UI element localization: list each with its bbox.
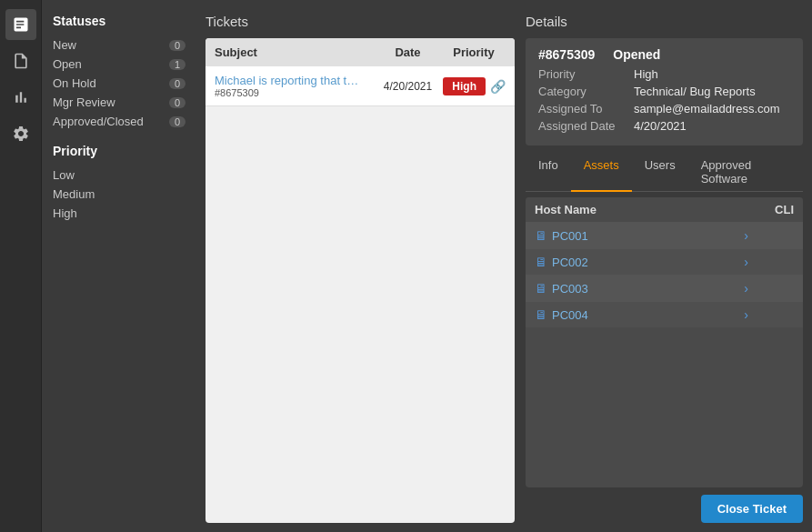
assets-table-header: Host Name CLI	[526, 197, 803, 222]
th-priority: Priority	[442, 45, 506, 59]
priority-title: Priority	[53, 144, 185, 158]
asset-name: PC002	[552, 256, 744, 269]
computer-icon: 🖥	[535, 281, 547, 296]
ah-hostname: Host Name	[535, 203, 748, 216]
field-value-assigned-date: 4/20/2021	[634, 119, 687, 133]
details-field-assigned-date: Assigned Date 4/20/2021	[538, 119, 790, 133]
sidebar-item-new[interactable]: New 0	[53, 35, 185, 55]
computer-icon: 🖥	[535, 307, 547, 322]
sidebar-item-low[interactable]: Low	[53, 166, 185, 185]
asset-name: PC001	[552, 229, 744, 243]
details-opened-label: Opened	[613, 47, 660, 62]
tab-approved-software[interactable]: Approved Software	[688, 153, 803, 191]
details-panel-title: Details	[526, 14, 803, 29]
icon-rail	[0, 0, 42, 532]
tickets-table-header: Subject Date Priority	[206, 38, 515, 66]
details-field-priority: Priority High	[538, 67, 790, 81]
chevron-right-icon: ›	[744, 281, 748, 296]
main-content: Tickets Subject Date Priority Michael is…	[196, 0, 812, 532]
field-label-assigned-date: Assigned Date	[538, 119, 634, 133]
chevron-right-icon: ›	[744, 228, 748, 243]
chevron-right-icon: ›	[744, 307, 748, 322]
ticket-subject-text: Michael is reporting that th...	[215, 74, 360, 87]
priority-badge: High	[443, 77, 486, 95]
ticket-date: 4/20/2021	[374, 80, 442, 93]
th-date: Date	[374, 45, 442, 59]
tickets-panel: Tickets Subject Date Priority Michael is…	[206, 14, 515, 523]
chart-icon[interactable]	[5, 82, 36, 113]
th-subject: Subject	[215, 45, 374, 59]
field-label-assigned-to: Assigned To	[538, 102, 634, 115]
sidebar: Statuses New 0 Open 1 On Hold 0 Mgr Revi…	[42, 0, 196, 532]
tab-users[interactable]: Users	[632, 153, 688, 191]
asset-row[interactable]: 🖥 PC002 ›	[526, 248, 803, 275]
sidebar-item-mgr-review[interactable]: Mgr Review 0	[53, 93, 185, 112]
table-row[interactable]: Michael is reporting that th... #8675309…	[206, 66, 515, 106]
chevron-right-icon: ›	[744, 255, 748, 269]
ticket-priority-col: High 🔗	[442, 77, 506, 95]
sidebar-item-open[interactable]: Open 1	[53, 55, 185, 74]
field-label-category: Category	[538, 85, 634, 98]
field-label-priority: Priority	[538, 67, 634, 81]
computer-icon: 🖥	[535, 228, 547, 243]
assets-table: Host Name CLI 🖥 PC001 › 🖥 PC002 › 🖥	[526, 197, 803, 487]
asset-name: PC004	[552, 308, 744, 322]
sidebar-item-approved-closed[interactable]: Approved/Closed 0	[53, 112, 185, 131]
asset-row[interactable]: 🖥 PC003 ›	[526, 275, 803, 301]
details-panel: Details #8675309 Opened Priority High Ca…	[526, 14, 803, 523]
link-icon: 🔗	[490, 79, 506, 94]
ticket-id: #8675309	[215, 87, 374, 98]
tickets-table: Subject Date Priority Michael is reporti…	[206, 38, 515, 523]
inbox-icon[interactable]	[5, 9, 36, 40]
details-field-category: Category Technical/ Bug Reports	[538, 85, 790, 98]
field-value-priority: High	[634, 67, 658, 81]
sidebar-item-onhold[interactable]: On Hold 0	[53, 74, 185, 93]
statuses-title: Statuses	[53, 14, 185, 28]
asset-name: PC003	[552, 282, 744, 296]
field-value-category: Technical/ Bug Reports	[634, 85, 756, 98]
sidebar-item-medium[interactable]: Medium	[53, 185, 185, 204]
gear-icon[interactable]	[5, 118, 36, 149]
details-meta: #8675309 Opened Priority High Category T…	[526, 38, 803, 146]
tab-info[interactable]: Info	[526, 153, 571, 191]
details-ticket-id: #8675309	[538, 47, 595, 62]
details-field-assigned-to: Assigned To sample@emailaddress.com	[538, 102, 790, 115]
asset-row[interactable]: 🖥 PC004 ›	[526, 301, 803, 327]
ah-cli: CLI	[748, 203, 794, 216]
field-value-assigned-to: sample@emailaddress.com	[634, 102, 780, 115]
sidebar-item-high[interactable]: High	[53, 204, 185, 223]
details-title-row: #8675309 Opened	[538, 47, 790, 62]
document-icon[interactable]	[5, 45, 36, 76]
computer-icon: 🖥	[535, 255, 547, 269]
tickets-panel-title: Tickets	[206, 14, 515, 29]
tab-assets[interactable]: Assets	[571, 153, 632, 192]
asset-row[interactable]: 🖥 PC001 ›	[526, 222, 803, 248]
close-ticket-button[interactable]: Close Ticket	[701, 495, 803, 523]
details-tabs: Info Assets Users Approved Software	[526, 153, 803, 192]
ticket-subject-col: Michael is reporting that th... #8675309	[215, 74, 374, 98]
close-ticket-row: Close Ticket	[526, 495, 803, 523]
